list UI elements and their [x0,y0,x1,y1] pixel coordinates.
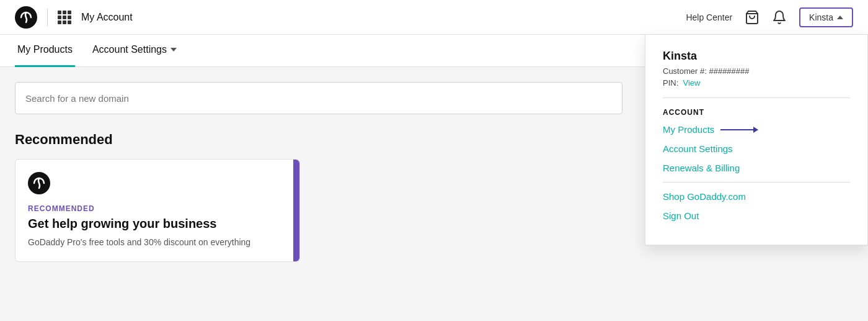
dropdown-account-settings-label: Account Settings [663,143,733,154]
arrow-right-icon [720,129,758,130]
header: My Account Help Center Kinsta [0,0,868,35]
dropdown-item-account-settings[interactable]: Account Settings [663,143,850,154]
customer-label: Customer #: [663,66,707,76]
my-products-label: My Products [17,44,73,55]
card-title: Get help growing your business [28,217,287,231]
cart-icon[interactable] [745,10,760,25]
my-account-label: My Account [81,12,133,23]
domain-search-container [15,82,622,114]
pin-label: PIN: [663,78,678,88]
pin-view-link[interactable]: View [683,78,701,88]
sidebar-item-my-products[interactable]: My Products [15,35,75,67]
dropdown-customer-number: Customer #: ######### [663,66,850,76]
dropdown-section-label: ACCOUNT [663,108,850,117]
card-accent-bar [293,160,299,261]
dropdown-renewals-billing-label: Renewals & Billing [663,163,740,173]
header-left: My Account [15,6,133,29]
card-logo-icon [28,172,50,194]
dropdown-user-name: Kinsta [663,50,850,63]
dropdown-sign-out-label: Sign Out [663,210,699,221]
dropdown-my-products-label: My Products [663,124,714,135]
recommended-card: RECOMMENDED Get help growing your busine… [15,159,300,262]
sidebar-item-account-settings[interactable]: Account Settings [90,35,179,67]
notifications-icon[interactable] [772,10,787,25]
kinsta-button-label: Kinsta [809,12,833,22]
dropdown-item-sign-out[interactable]: Sign Out [663,210,850,221]
dropdown-divider-1 [663,97,850,98]
dropdown-pin: PIN: View [663,78,850,88]
customer-value: ######### [709,66,749,76]
user-dropdown-panel: Kinsta Customer #: ######### PIN: View A… [645,35,868,245]
chevron-up-icon [837,16,843,19]
card-recommended-label: RECOMMENDED [28,204,287,213]
kinsta-button[interactable]: Kinsta [799,7,853,27]
account-settings-label: Account Settings [92,44,167,55]
card-description: GoDaddy Pro's free tools and 30% discoun… [28,236,287,249]
logo-divider [47,9,48,26]
dropdown-item-shop-godaddy[interactable]: Shop GoDaddy.com [663,191,850,202]
dropdown-divider-2 [663,182,850,183]
dropdown-item-renewals-billing[interactable]: Renewals & Billing [663,163,850,173]
help-center-link[interactable]: Help Center [686,12,732,22]
grid-menu-icon[interactable] [58,11,71,24]
search-input[interactable] [25,93,612,104]
chevron-down-icon [170,48,177,52]
dropdown-item-my-products[interactable]: My Products [663,124,850,135]
godaddy-logo-icon [15,6,37,29]
header-right: Help Center Kinsta [686,7,853,27]
dropdown-shop-godaddy-label: Shop GoDaddy.com [663,191,746,202]
